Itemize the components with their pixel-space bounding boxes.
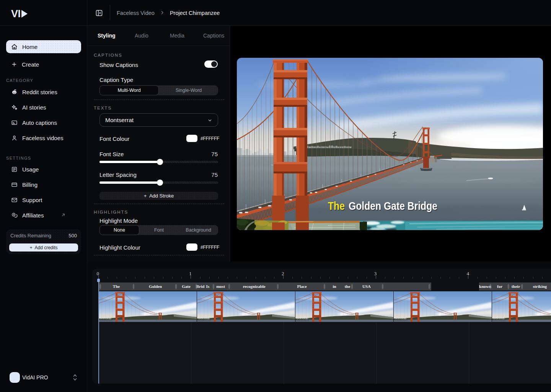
- svg-text:B-roll footage: B-roll footage: [395, 317, 407, 320]
- svg-text:B-roll footage: B-roll footage: [297, 317, 308, 320]
- svg-text:B-roll footage: B-roll footage: [100, 317, 112, 320]
- svg-text:B-roll footage: B-roll footage: [199, 317, 210, 320]
- svg-text:B-roll footage: B-roll footage: [494, 317, 505, 320]
- svg-text:Golden Gate Bridge: Golden Gate Bridge: [349, 200, 437, 212]
- svg-text:The: The: [328, 200, 345, 212]
